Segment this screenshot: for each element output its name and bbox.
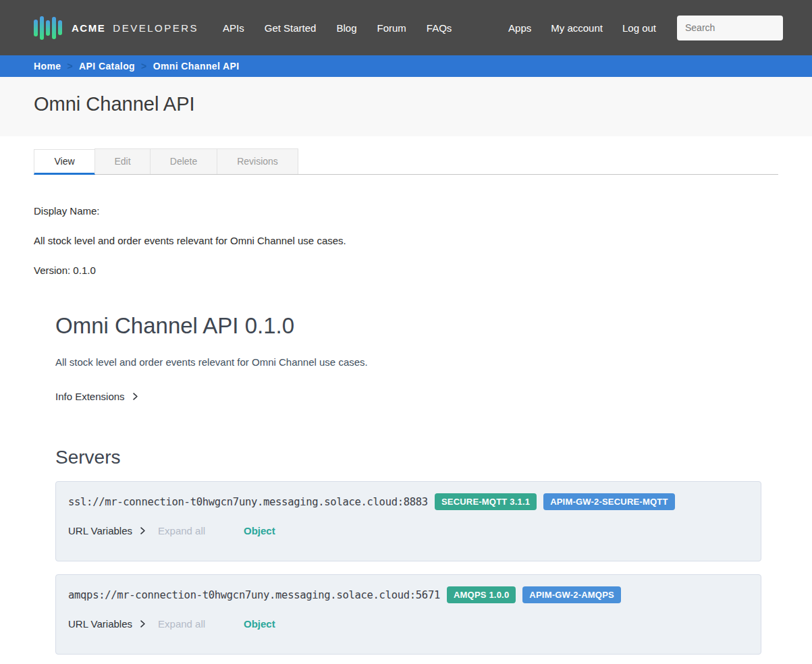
protocol-badge: AMQPS 1.0.0 [447,586,516,603]
nav-link-apps[interactable]: Apps [508,22,531,34]
url-variables-label: URL Variables [68,525,132,536]
expand-all-link[interactable]: Expand all [158,525,205,536]
api-doc-description: All stock level and order events relevan… [55,356,778,368]
chevron-right-icon [131,392,140,401]
page-title: Omni Channel API [34,93,812,115]
breadcrumb: Home > API Catalog > Omni Channel API [0,55,812,77]
equalizer-bar [40,16,44,40]
api-version: Version: 0.1.0 [34,265,778,276]
info-extensions-toggle[interactable]: Info Extensions [55,391,778,402]
nav-link-blog[interactable]: Blog [336,22,356,34]
gateway-badge: APIM-GW-2-AMQPS [522,586,621,603]
nav-link-log-out[interactable]: Log out [622,22,656,34]
api-description: All stock level and order events relevan… [34,236,778,246]
nav-link-get-started[interactable]: Get Started [265,22,317,34]
top-navbar: ACME DEVELOPERS APIs Get Started Blog Fo… [0,0,812,55]
breadcrumb-separator: > [67,61,74,72]
api-doc-section: Omni Channel API 0.1.0 All stock level a… [55,313,778,655]
object-type-link[interactable]: Object [244,525,275,536]
server-url-row: ssl://mr-connection-t0hwgcn7uny.messagin… [68,493,749,510]
brand-name-bold: ACME [72,22,105,34]
breadcrumb-home[interactable]: Home [34,61,61,72]
expand-all-link[interactable]: Expand all [158,618,205,630]
breadcrumb-separator: > [141,61,147,72]
tab-edit[interactable]: Edit [94,148,151,174]
brand-name: ACME DEVELOPERS [72,22,198,34]
tab-delete[interactable]: Delete [150,148,217,174]
tab-view[interactable]: View [34,149,95,175]
equalizer-bar [46,20,50,36]
nav-link-apis[interactable]: APIs [223,22,244,34]
info-extensions-label: Info Extensions [55,391,125,402]
nav-link-my-account[interactable]: My account [551,22,603,34]
api-doc-title: Omni Channel API 0.1.0 [55,313,778,339]
equalizer-bar [52,17,56,39]
chevron-right-icon [138,619,147,628]
chevron-right-icon [138,526,147,535]
server-url: amqps://mr-connection-t0hwgcn7uny.messag… [68,589,440,601]
brand-name-light: DEVELOPERS [113,22,198,34]
protocol-badge: SECURE-MQTT 3.1.1 [435,493,537,510]
account-nav: Apps My account Log out [508,22,656,34]
nav-link-faqs[interactable]: FAQs [427,22,452,34]
url-variables-toggle[interactable]: URL Variables Expand all [68,618,244,630]
server-card: amqps://mr-connection-t0hwgcn7uny.messag… [55,574,761,655]
tabs-container: View Edit Delete Revisions [34,148,778,175]
server-meta-row: URL Variables Expand all Object [68,618,749,630]
primary-nav: APIs Get Started Blog Forum FAQs [223,22,452,34]
server-card: ssl://mr-connection-t0hwgcn7uny.messagin… [55,481,761,561]
tab-revisions[interactable]: Revisions [217,148,298,174]
equalizer-bars-icon [34,16,62,40]
search-input[interactable] [677,16,783,40]
gateway-badge: APIM-GW-2-SECURE-MQTT [543,493,674,510]
nav-link-forum[interactable]: Forum [377,22,406,34]
brand-logo[interactable]: ACME DEVELOPERS [34,16,198,40]
object-type-link[interactable]: Object [244,618,275,630]
server-url-row: amqps://mr-connection-t0hwgcn7uny.messag… [68,586,749,603]
equalizer-bar [58,20,62,35]
breadcrumb-api-catalog[interactable]: API Catalog [79,61,135,72]
server-url: ssl://mr-connection-t0hwgcn7uny.messagin… [68,496,428,508]
url-variables-toggle[interactable]: URL Variables Expand all [68,525,244,536]
page-title-band: Omni Channel API [0,77,812,136]
url-variables-label: URL Variables [68,618,132,630]
server-meta-row: URL Variables Expand all Object [68,525,749,536]
servers-heading: Servers [55,447,778,468]
tab-bar: View Edit Delete Revisions [34,148,778,175]
breadcrumb-current-page: Omni Channel API [153,61,240,72]
api-details: Display Name: All stock level and order … [34,206,778,276]
equalizer-bar [34,20,38,36]
display-name-label: Display Name: [34,206,778,217]
